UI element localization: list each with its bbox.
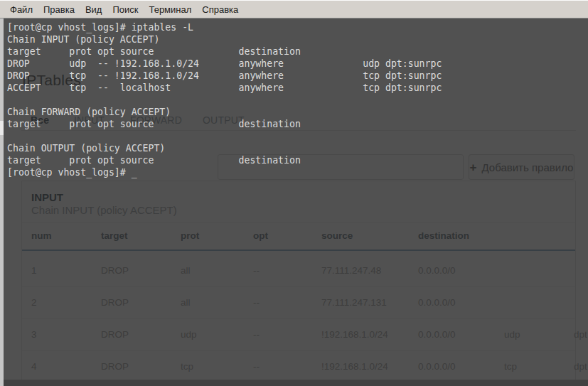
terminal-left-edge-notch [0,121,4,135]
terminal-left-edge [0,18,4,386]
menu-item-файл[interactable]: Файл [10,4,33,15]
menu-item-терминал[interactable]: Терминал [149,4,191,15]
terminal-output[interactable]: [root@cp vhost_logs]# iptables -L Chain … [7,21,442,178]
menu-item-справка[interactable]: Справка [202,4,238,15]
terminal-menubar: ФайлПравкаВидПоискТерминалСправка [0,0,588,18]
terminal-bottom-edge [4,380,588,386]
menu-item-вид[interactable]: Вид [85,4,102,15]
menu-item-правка[interactable]: Правка [43,4,75,15]
menu-item-поиск[interactable]: Поиск [112,4,138,15]
